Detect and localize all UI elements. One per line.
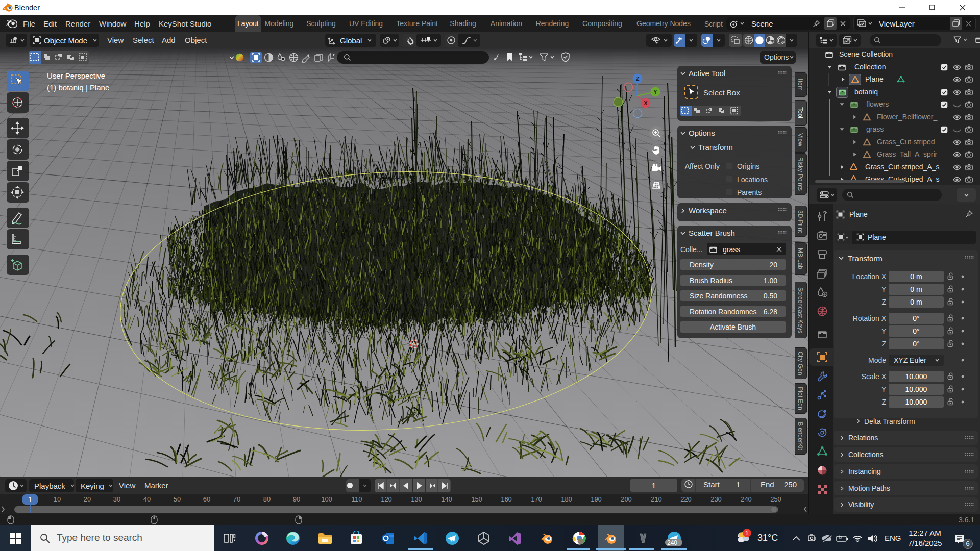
svg-text:Y: Y [653,89,657,95]
svg-text:Z: Z [636,76,640,82]
svg-text:X: X [644,100,648,106]
